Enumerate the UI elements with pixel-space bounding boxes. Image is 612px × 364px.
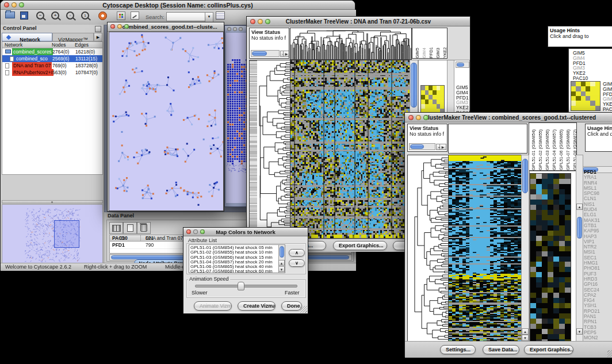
tv1-similarity-matrix[interactable] [420, 85, 445, 114]
main-title-bar[interactable]: Cytoscape Desktop (Session Name: collins… [1, 1, 355, 10]
zoom-button[interactable] [423, 115, 429, 120]
tv1-title-bar[interactable]: ClusterMaker TreeView : DNA and Tran 07-… [247, 17, 470, 26]
inactive-zoom-button[interactable] [239, 27, 243, 31]
tab-network[interactable]: Network [2, 33, 52, 41]
tv2-title-bar[interactable]: ClusterMaker TreeView : combined_scores_… [405, 113, 612, 122]
speed-slider-thumb[interactable] [238, 282, 244, 290]
save-data-button[interactable]: Save Data... [483, 345, 519, 354]
move-up-button[interactable]: ∧ [289, 249, 305, 256]
tv1-labels-hscrollbar[interactable] [456, 62, 469, 68]
network-canvas[interactable] [109, 32, 224, 211]
close-button[interactable] [250, 19, 255, 24]
hscroll-thumb[interactable] [252, 51, 267, 56]
matrix-cell [581, 101, 586, 105]
dialog-title-bar[interactable]: Map Colors to Network [183, 228, 308, 236]
move-down-button[interactable]: ∨ [289, 259, 305, 267]
vscroll-thumb[interactable] [522, 159, 528, 193]
tv2-status-hscrollbar[interactable] [409, 143, 435, 150]
scroll-right-arrow[interactable]: ▶ [283, 51, 289, 57]
close-button[interactable] [110, 24, 115, 29]
vscroll-thumb[interactable] [577, 217, 582, 239]
network-window-title-bar[interactable]: combined_scores_good.txt--cluste... [108, 22, 224, 32]
tv1-row-dendrogram[interactable] [249, 60, 291, 239]
matrix-cell [590, 86, 595, 91]
tv1-status-hscrollbar[interactable] [251, 50, 280, 57]
birdseye-overview[interactable] [2, 204, 103, 264]
create-attribute-button[interactable] [123, 222, 137, 234]
open-session-icon[interactable] [5, 12, 15, 18]
hscroll-thumb[interactable] [410, 144, 424, 149]
settings-button[interactable]: Settings... [440, 345, 476, 354]
attribute-listbox[interactable]: GPL51-01 (GSM854) heat shock 05 minGPL51… [189, 244, 285, 273]
birdseye-viewport-rect[interactable] [54, 220, 79, 248]
export-graphics-button[interactable]: Export Graphics... [524, 345, 573, 354]
tv2-heatmap-vscrollbar[interactable]: ▲ ▼ [521, 155, 529, 342]
attr-list-vscrollbar[interactable]: ▲ ▼ [278, 245, 285, 273]
zoom-in-icon[interactable] [51, 12, 59, 20]
tv2-heatmap[interactable] [448, 155, 522, 342]
minimize-button[interactable] [258, 19, 263, 24]
zoom-button[interactable] [124, 24, 129, 29]
resize-grip[interactable] [300, 306, 307, 313]
scroll-up-arrow[interactable]: ▲ [278, 260, 285, 266]
hscroll-thumb[interactable] [457, 63, 464, 67]
tv2-sub-heatmap[interactable] [530, 173, 571, 342]
vscroll-thumb[interactable] [280, 246, 284, 258]
grid-network-view[interactable] [227, 58, 248, 173]
panel-splitter[interactable] [2, 200, 103, 204]
done-button[interactable]: Done [281, 301, 302, 311]
minimize-button[interactable] [117, 24, 122, 29]
attribute-browser-icon[interactable] [216, 12, 225, 20]
zoom-button[interactable] [19, 2, 24, 7]
speed-slider-track[interactable] [195, 285, 297, 288]
zoom-button[interactable] [265, 19, 270, 24]
inactive-minimize-button[interactable] [233, 27, 237, 31]
attribute-item[interactable]: GPL51-07 (GSM868) heat shock 60 min [190, 269, 284, 273]
tv1-column-dendrogram[interactable] [290, 28, 412, 60]
float-panel-icon[interactable] [95, 26, 101, 32]
resize-grip[interactable] [607, 350, 612, 357]
zoom-button[interactable] [200, 229, 205, 234]
plugin-manager-icon[interactable] [117, 12, 125, 20]
network-list-item[interactable]: RNAPuberNov2+I563(0)107847(0) [2, 69, 102, 76]
annotation-icon[interactable] [131, 12, 139, 20]
tab-vizmapper[interactable]: VizMapper™ [52, 33, 94, 41]
minimize-button[interactable] [416, 115, 421, 120]
scroll-up-arrow[interactable]: ▲ [522, 328, 529, 335]
minimize-button[interactable] [193, 229, 198, 234]
tv2-genes-vscrollbar[interactable]: ▲ ▼ [576, 155, 583, 342]
scroll-down-arrow[interactable]: ▼ [576, 328, 583, 335]
export-graphics-button[interactable]: Export Graphics... [333, 241, 387, 250]
search-dropdown-button[interactable]: ▼ [205, 12, 213, 22]
scroll-down-arrow[interactable]: ▼ [278, 266, 285, 272]
search-input[interactable] [166, 12, 205, 21]
zoom-fit-icon[interactable] [66, 12, 74, 20]
col-nodes[interactable]: Nodes [52, 42, 66, 48]
close-button[interactable] [4, 2, 9, 7]
inactive-close-button[interactable] [227, 27, 231, 31]
tv1-heatmap[interactable] [290, 60, 410, 239]
network-list-item[interactable]: DNA and Tran 07769(0)183728(0) [2, 62, 102, 69]
network-list-item[interactable]: combined_scores2764(0)16218(0) [2, 48, 102, 55]
delete-attribute-button[interactable] [137, 222, 151, 234]
tab-overflow-button[interactable]: ▶ [94, 33, 102, 41]
scroll-up-arrow[interactable]: ▲ [576, 204, 583, 210]
vscroll-thumb[interactable] [411, 63, 417, 108]
close-button[interactable] [408, 115, 414, 120]
corner-similarity-matrix[interactable] [571, 81, 600, 111]
col-network[interactable]: Network [5, 42, 22, 48]
close-button[interactable] [186, 229, 191, 234]
minimize-button[interactable] [12, 2, 17, 7]
help-lifering-icon[interactable] [98, 12, 107, 20]
zoom-selected-icon[interactable] [81, 12, 89, 20]
zoom-out-icon[interactable] [36, 12, 44, 20]
scroll-right-arrow[interactable]: ▶ [439, 144, 446, 150]
select-attributes-button[interactable] [109, 222, 123, 234]
network-list-item[interactable]: combined_sco2569(6)13112(15) [2, 55, 102, 62]
save-session-icon[interactable] [20, 12, 28, 20]
scroll-down-arrow[interactable]: ▼ [522, 335, 529, 341]
animate-vizmap-button[interactable]: Animate Vizmap [194, 301, 232, 311]
create-vizmap-button[interactable]: Create Vizmap [238, 301, 276, 311]
tv2-row-dendrogram[interactable] [407, 155, 449, 342]
col-edges[interactable]: Edges [75, 42, 89, 48]
